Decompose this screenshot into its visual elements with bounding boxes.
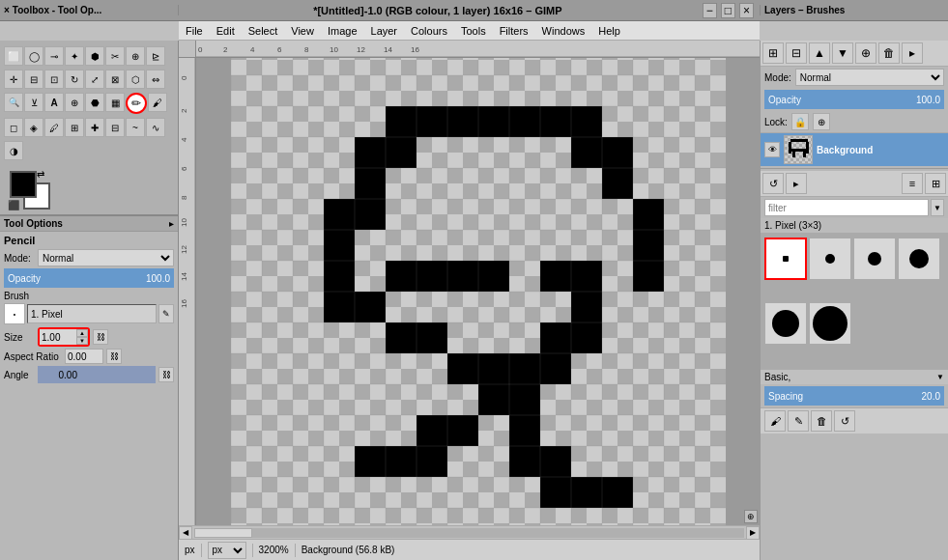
scroll-right-btn[interactable]: ▶: [746, 526, 760, 540]
layers-delete-btn[interactable]: 🗑: [878, 42, 900, 64]
layer-item[interactable]: 👁: [761, 133, 948, 166]
spacing-bar[interactable]: Spacing 20.0: [764, 386, 944, 406]
angle-link-btn[interactable]: ⛓: [158, 367, 174, 382]
lock-position-btn[interactable]: ⊕: [813, 113, 830, 130]
size-input[interactable]: [40, 329, 76, 345]
tool-foreground[interactable]: ⊕: [126, 46, 145, 66]
menu-help[interactable]: Help: [591, 24, 627, 38]
menu-view[interactable]: View: [284, 24, 321, 38]
tool-perspective-clone[interactable]: ⊟: [105, 118, 125, 137]
layers-duplicate-btn[interactable]: ⊟: [786, 42, 807, 64]
brushes-options-btn[interactable]: ▸: [786, 173, 807, 194]
brushes-new-btn[interactable]: 🖌: [764, 410, 786, 432]
layers-options-btn[interactable]: ▸: [902, 42, 923, 64]
brush-filter-input[interactable]: [764, 199, 929, 216]
scroll-left-btn[interactable]: ◀: [179, 526, 192, 540]
menu-layer[interactable]: Layer: [364, 24, 405, 38]
window-max-btn[interactable]: □: [721, 3, 735, 18]
tool-shear[interactable]: ⊠: [105, 70, 125, 89]
brushes-delete-btn[interactable]: 🗑: [811, 410, 832, 432]
tool-inkpen[interactable]: 🖊: [44, 118, 64, 137]
aspect-input[interactable]: [65, 349, 103, 364]
brushes-view-grid-btn[interactable]: ⊞: [925, 173, 946, 194]
brush-item-pixel[interactable]: [764, 238, 807, 280]
layer-visibility-btn[interactable]: 👁: [764, 142, 780, 157]
menu-colours[interactable]: Colours: [404, 24, 454, 38]
toolbox-close-btn[interactable]: ×: [4, 5, 10, 15]
mode-select[interactable]: Normal: [38, 249, 174, 266]
tool-free-select[interactable]: ⊸: [44, 46, 64, 66]
foreground-color-swatch[interactable]: [10, 171, 37, 198]
tool-rotate[interactable]: ↻: [65, 70, 84, 89]
tool-gradient[interactable]: ▦: [105, 93, 125, 112]
size-down-btn[interactable]: ▼: [76, 337, 88, 345]
tool-colorpick[interactable]: ⊕: [65, 93, 84, 112]
tool-by-color[interactable]: ⬢: [85, 46, 104, 66]
tool-scale[interactable]: ⤢: [85, 70, 104, 89]
menu-file[interactable]: File: [179, 24, 210, 38]
brush-item-2[interactable]: [809, 238, 851, 280]
tool-move[interactable]: ✛: [4, 70, 23, 89]
tool-text[interactable]: A: [44, 93, 64, 112]
tool-measure[interactable]: ⊻: [24, 93, 43, 112]
tool-flip[interactable]: ⇔: [146, 70, 165, 89]
brush-item-5[interactable]: [764, 302, 807, 345]
canvas-nav-btn[interactable]: ⊕: [744, 510, 758, 523]
size-up-btn[interactable]: ▲: [76, 329, 88, 337]
tool-fuzzy-select[interactable]: ✦: [65, 46, 84, 66]
layers-anchor-btn[interactable]: ⊕: [855, 42, 876, 64]
tool-perspective[interactable]: ⬡: [126, 70, 145, 89]
tool-paintbucket[interactable]: ⬣: [85, 93, 104, 112]
pixel-canvas[interactable]: [231, 58, 726, 525]
layers-mode-select[interactable]: Normal: [795, 69, 944, 86]
menu-image[interactable]: Image: [321, 24, 364, 38]
tool-clone[interactable]: ⊞: [65, 118, 84, 137]
tool-zoom[interactable]: 🔍: [4, 93, 23, 112]
tool-crop[interactable]: ⊡: [44, 70, 64, 89]
tool-rect-select[interactable]: ⬜: [4, 46, 23, 66]
horizontal-scrollbar[interactable]: ◀ ▶: [179, 525, 760, 539]
brushes-edit-btn[interactable]: ✎: [788, 410, 809, 432]
brush-edit-btn[interactable]: ✎: [158, 304, 174, 323]
brushes-refresh2-btn[interactable]: ↺: [834, 410, 855, 432]
tool-paths[interactable]: ⊵: [146, 46, 165, 66]
scrollbar-thumb[interactable]: [194, 528, 252, 538]
brushes-refresh-btn[interactable]: ↺: [762, 173, 784, 194]
filter-dropdown-btn[interactable]: ▼: [931, 199, 944, 216]
brush-item-4[interactable]: [898, 238, 940, 280]
tool-heal[interactable]: ✚: [85, 118, 104, 137]
tool-eraser[interactable]: ◻: [4, 118, 23, 137]
layers-new-btn[interactable]: ⊞: [762, 42, 784, 64]
layers-raise-btn[interactable]: ▲: [809, 42, 830, 64]
tool-align[interactable]: ⊟: [24, 70, 43, 89]
tool-pencil[interactable]: ✏: [126, 93, 147, 114]
window-close-btn[interactable]: ×: [739, 3, 754, 18]
menu-windows[interactable]: Windows: [535, 24, 592, 38]
menu-select[interactable]: Select: [242, 24, 285, 38]
tool-paintbrush[interactable]: 🖌: [148, 93, 167, 112]
tool-airbrush[interactable]: ◈: [24, 118, 43, 137]
menu-filters[interactable]: Filters: [493, 24, 535, 38]
menu-tools[interactable]: Tools: [454, 24, 493, 38]
aspect-link-btn[interactable]: ⛓: [106, 349, 122, 364]
lock-pixels-btn[interactable]: 🔒: [791, 113, 809, 130]
layers-opacity-bar[interactable]: Opacity 100.0: [764, 90, 944, 109]
size-link-btn[interactable]: ⛓: [93, 329, 108, 345]
canvas-viewport[interactable]: ⊕: [196, 58, 760, 525]
unit-select[interactable]: px: [208, 542, 246, 559]
layers-lower-btn[interactable]: ▼: [832, 42, 853, 64]
scrollbar-track[interactable]: [194, 528, 744, 538]
tool-scissors[interactable]: ✂: [105, 46, 125, 66]
menu-edit[interactable]: Edit: [210, 24, 242, 38]
brush-item-3[interactable]: [853, 238, 896, 280]
tool-dodge[interactable]: ◑: [4, 141, 23, 160]
window-min-btn[interactable]: −: [703, 3, 717, 18]
swap-colors-btn[interactable]: ⇄: [37, 169, 44, 180]
reset-colors-btn[interactable]: ⬛: [8, 200, 19, 210]
tool-blur[interactable]: ~: [126, 118, 145, 137]
tool-options-expand[interactable]: ▸: [169, 218, 174, 229]
brush-item-6[interactable]: [809, 302, 851, 345]
basic-dropdown-btn[interactable]: ▼: [936, 373, 944, 381]
brushes-view-list-btn[interactable]: ≡: [902, 173, 923, 194]
angle-input[interactable]: [41, 368, 77, 381]
